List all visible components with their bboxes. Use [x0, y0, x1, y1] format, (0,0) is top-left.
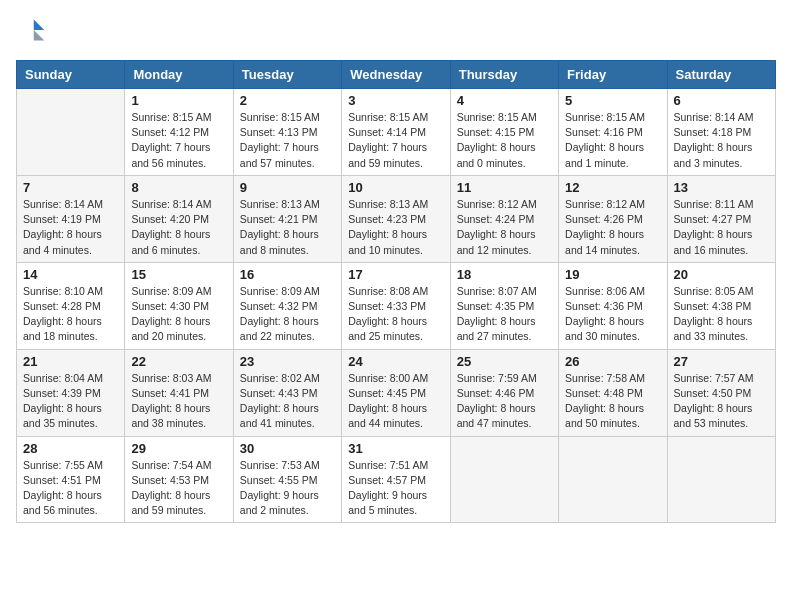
day-number: 20 — [674, 267, 769, 282]
day-number: 13 — [674, 180, 769, 195]
day-number: 28 — [23, 441, 118, 456]
page-header — [16, 16, 776, 48]
calendar-cell: 14Sunrise: 8:10 AM Sunset: 4:28 PM Dayli… — [17, 262, 125, 349]
day-info: Sunrise: 8:04 AM Sunset: 4:39 PM Dayligh… — [23, 371, 118, 432]
calendar-cell: 30Sunrise: 7:53 AM Sunset: 4:55 PM Dayli… — [233, 436, 341, 523]
day-info: Sunrise: 8:06 AM Sunset: 4:36 PM Dayligh… — [565, 284, 660, 345]
day-info: Sunrise: 8:07 AM Sunset: 4:35 PM Dayligh… — [457, 284, 552, 345]
day-info: Sunrise: 7:57 AM Sunset: 4:50 PM Dayligh… — [674, 371, 769, 432]
day-info: Sunrise: 8:02 AM Sunset: 4:43 PM Dayligh… — [240, 371, 335, 432]
calendar-cell — [450, 436, 558, 523]
day-number: 30 — [240, 441, 335, 456]
day-info: Sunrise: 8:10 AM Sunset: 4:28 PM Dayligh… — [23, 284, 118, 345]
calendar-cell: 5Sunrise: 8:15 AM Sunset: 4:16 PM Daylig… — [559, 89, 667, 176]
day-info: Sunrise: 8:09 AM Sunset: 4:30 PM Dayligh… — [131, 284, 226, 345]
day-number: 6 — [674, 93, 769, 108]
calendar-cell: 12Sunrise: 8:12 AM Sunset: 4:26 PM Dayli… — [559, 175, 667, 262]
day-number: 7 — [23, 180, 118, 195]
day-number: 15 — [131, 267, 226, 282]
calendar-cell: 24Sunrise: 8:00 AM Sunset: 4:45 PM Dayli… — [342, 349, 450, 436]
calendar-cell: 21Sunrise: 8:04 AM Sunset: 4:39 PM Dayli… — [17, 349, 125, 436]
calendar-cell: 26Sunrise: 7:58 AM Sunset: 4:48 PM Dayli… — [559, 349, 667, 436]
day-number: 4 — [457, 93, 552, 108]
calendar-cell: 16Sunrise: 8:09 AM Sunset: 4:32 PM Dayli… — [233, 262, 341, 349]
day-number: 5 — [565, 93, 660, 108]
calendar-cell: 27Sunrise: 7:57 AM Sunset: 4:50 PM Dayli… — [667, 349, 775, 436]
calendar-cell — [559, 436, 667, 523]
calendar-cell — [17, 89, 125, 176]
calendar-cell: 23Sunrise: 8:02 AM Sunset: 4:43 PM Dayli… — [233, 349, 341, 436]
day-info: Sunrise: 7:59 AM Sunset: 4:46 PM Dayligh… — [457, 371, 552, 432]
calendar-cell: 3Sunrise: 8:15 AM Sunset: 4:14 PM Daylig… — [342, 89, 450, 176]
day-info: Sunrise: 8:03 AM Sunset: 4:41 PM Dayligh… — [131, 371, 226, 432]
calendar-cell: 19Sunrise: 8:06 AM Sunset: 4:36 PM Dayli… — [559, 262, 667, 349]
day-info: Sunrise: 8:14 AM Sunset: 4:20 PM Dayligh… — [131, 197, 226, 258]
day-number: 25 — [457, 354, 552, 369]
day-info: Sunrise: 8:15 AM Sunset: 4:15 PM Dayligh… — [457, 110, 552, 171]
day-info: Sunrise: 8:15 AM Sunset: 4:12 PM Dayligh… — [131, 110, 226, 171]
weekday-saturday: Saturday — [667, 61, 775, 89]
day-info: Sunrise: 7:54 AM Sunset: 4:53 PM Dayligh… — [131, 458, 226, 519]
day-number: 29 — [131, 441, 226, 456]
day-number: 12 — [565, 180, 660, 195]
day-info: Sunrise: 8:14 AM Sunset: 4:19 PM Dayligh… — [23, 197, 118, 258]
calendar-cell: 11Sunrise: 8:12 AM Sunset: 4:24 PM Dayli… — [450, 175, 558, 262]
day-info: Sunrise: 7:53 AM Sunset: 4:55 PM Dayligh… — [240, 458, 335, 519]
day-number: 23 — [240, 354, 335, 369]
day-info: Sunrise: 7:51 AM Sunset: 4:57 PM Dayligh… — [348, 458, 443, 519]
day-info: Sunrise: 8:15 AM Sunset: 4:14 PM Dayligh… — [348, 110, 443, 171]
calendar-cell: 8Sunrise: 8:14 AM Sunset: 4:20 PM Daylig… — [125, 175, 233, 262]
day-number: 11 — [457, 180, 552, 195]
svg-marker-1 — [34, 30, 45, 41]
calendar-cell: 15Sunrise: 8:09 AM Sunset: 4:30 PM Dayli… — [125, 262, 233, 349]
day-info: Sunrise: 8:11 AM Sunset: 4:27 PM Dayligh… — [674, 197, 769, 258]
calendar-week-3: 14Sunrise: 8:10 AM Sunset: 4:28 PM Dayli… — [17, 262, 776, 349]
day-number: 18 — [457, 267, 552, 282]
logo — [16, 16, 50, 48]
calendar-cell: 18Sunrise: 8:07 AM Sunset: 4:35 PM Dayli… — [450, 262, 558, 349]
day-number: 24 — [348, 354, 443, 369]
day-info: Sunrise: 8:14 AM Sunset: 4:18 PM Dayligh… — [674, 110, 769, 171]
calendar-cell: 28Sunrise: 7:55 AM Sunset: 4:51 PM Dayli… — [17, 436, 125, 523]
day-info: Sunrise: 8:13 AM Sunset: 4:23 PM Dayligh… — [348, 197, 443, 258]
day-info: Sunrise: 8:00 AM Sunset: 4:45 PM Dayligh… — [348, 371, 443, 432]
calendar-cell: 2Sunrise: 8:15 AM Sunset: 4:13 PM Daylig… — [233, 89, 341, 176]
day-number: 8 — [131, 180, 226, 195]
calendar-table: SundayMondayTuesdayWednesdayThursdayFrid… — [16, 60, 776, 523]
day-number: 10 — [348, 180, 443, 195]
weekday-header-row: SundayMondayTuesdayWednesdayThursdayFrid… — [17, 61, 776, 89]
calendar-cell: 6Sunrise: 8:14 AM Sunset: 4:18 PM Daylig… — [667, 89, 775, 176]
day-info: Sunrise: 7:55 AM Sunset: 4:51 PM Dayligh… — [23, 458, 118, 519]
calendar-week-2: 7Sunrise: 8:14 AM Sunset: 4:19 PM Daylig… — [17, 175, 776, 262]
calendar-cell: 22Sunrise: 8:03 AM Sunset: 4:41 PM Dayli… — [125, 349, 233, 436]
day-number: 31 — [348, 441, 443, 456]
logo-icon — [18, 16, 46, 44]
day-info: Sunrise: 7:58 AM Sunset: 4:48 PM Dayligh… — [565, 371, 660, 432]
day-number: 16 — [240, 267, 335, 282]
day-number: 1 — [131, 93, 226, 108]
calendar-cell: 9Sunrise: 8:13 AM Sunset: 4:21 PM Daylig… — [233, 175, 341, 262]
calendar-cell: 20Sunrise: 8:05 AM Sunset: 4:38 PM Dayli… — [667, 262, 775, 349]
svg-marker-0 — [34, 20, 45, 31]
calendar-cell: 10Sunrise: 8:13 AM Sunset: 4:23 PM Dayli… — [342, 175, 450, 262]
day-number: 17 — [348, 267, 443, 282]
day-number: 9 — [240, 180, 335, 195]
day-info: Sunrise: 8:05 AM Sunset: 4:38 PM Dayligh… — [674, 284, 769, 345]
day-info: Sunrise: 8:12 AM Sunset: 4:24 PM Dayligh… — [457, 197, 552, 258]
day-info: Sunrise: 8:15 AM Sunset: 4:13 PM Dayligh… — [240, 110, 335, 171]
day-info: Sunrise: 8:12 AM Sunset: 4:26 PM Dayligh… — [565, 197, 660, 258]
day-number: 2 — [240, 93, 335, 108]
day-info: Sunrise: 8:15 AM Sunset: 4:16 PM Dayligh… — [565, 110, 660, 171]
day-number: 3 — [348, 93, 443, 108]
weekday-thursday: Thursday — [450, 61, 558, 89]
day-info: Sunrise: 8:08 AM Sunset: 4:33 PM Dayligh… — [348, 284, 443, 345]
day-number: 19 — [565, 267, 660, 282]
calendar-week-5: 28Sunrise: 7:55 AM Sunset: 4:51 PM Dayli… — [17, 436, 776, 523]
calendar-body: 1Sunrise: 8:15 AM Sunset: 4:12 PM Daylig… — [17, 89, 776, 523]
calendar-cell: 7Sunrise: 8:14 AM Sunset: 4:19 PM Daylig… — [17, 175, 125, 262]
weekday-monday: Monday — [125, 61, 233, 89]
calendar-cell: 25Sunrise: 7:59 AM Sunset: 4:46 PM Dayli… — [450, 349, 558, 436]
calendar-week-4: 21Sunrise: 8:04 AM Sunset: 4:39 PM Dayli… — [17, 349, 776, 436]
calendar-cell: 4Sunrise: 8:15 AM Sunset: 4:15 PM Daylig… — [450, 89, 558, 176]
calendar-cell: 17Sunrise: 8:08 AM Sunset: 4:33 PM Dayli… — [342, 262, 450, 349]
